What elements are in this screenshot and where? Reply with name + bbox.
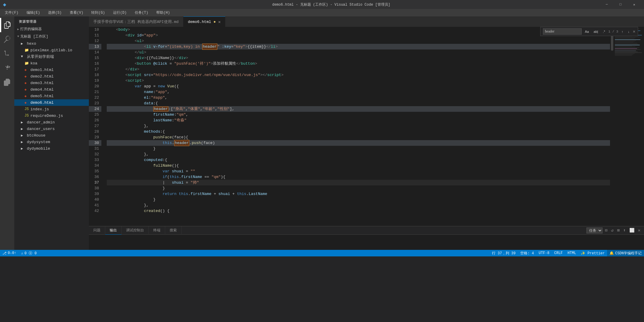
scrollbar[interactable] xyxy=(610,27,614,226)
minimap[interactable] xyxy=(614,27,644,226)
line-num-36: 36 xyxy=(89,174,101,180)
status-eol[interactable]: CRLF xyxy=(552,250,565,256)
status-left: ⎇ 0↓0↑ ⚠ 0 ⓧ 0 xyxy=(0,250,39,256)
find-close-button[interactable]: ✕ xyxy=(633,29,635,34)
code-area[interactable]: <body> <div id="app"> <ul> <li v-for="(i… xyxy=(104,27,610,226)
menu-view[interactable]: 查看(V) xyxy=(68,10,85,16)
sidebar-section-workspace[interactable]: ▼ 无标题 [工作区] xyxy=(14,33,89,40)
window-title: demo6.html - 无标题 (工作区) - Visual Studio C… xyxy=(63,2,600,7)
tree-item-dancer-admin[interactable]: ▶ dancer_admin xyxy=(14,119,89,126)
tree-item-fronend[interactable]: ▼ 从零开始学前端 xyxy=(14,53,89,60)
panel-tab-output[interactable]: 输出 xyxy=(105,226,122,235)
minimize-button[interactable]: ─ xyxy=(600,0,614,9)
find-input[interactable] xyxy=(543,28,582,35)
error-icon: ⚠ xyxy=(21,251,23,256)
menu-task[interactable]: 任务(T) xyxy=(133,10,150,16)
panel-tab-debug[interactable]: 调试控制台 xyxy=(122,226,149,235)
activity-explorer[interactable] xyxy=(0,18,14,32)
find-regex-button[interactable]: .* xyxy=(601,29,606,34)
activity-search[interactable] xyxy=(0,32,14,47)
code-line-26: lastName:"奇淼" xyxy=(107,117,610,123)
status-errors[interactable]: ⚠ 0 ⓧ 0 xyxy=(19,250,39,256)
git-icon: ⎇ xyxy=(2,251,7,256)
panel-tab-terminal[interactable]: 终端 xyxy=(149,226,165,235)
code-line-16: <button @click = "pushFace('祥')">添加祥貌属性<… xyxy=(107,61,610,66)
tab-demo6[interactable]: demo6.html ● ✕ xyxy=(183,16,225,27)
tree-item-hexo[interactable]: ▶ hexo xyxy=(14,40,89,47)
line-num-42: 42 xyxy=(89,208,101,214)
find-case-button[interactable]: Aa xyxy=(583,29,590,34)
find-next-button[interactable]: ↓ xyxy=(626,29,631,34)
code-line-37: | shuai = "帅" xyxy=(107,180,610,185)
status-encoding[interactable]: UTF-8 xyxy=(536,250,552,256)
sidebar-tree: ▶ hexo 📁 piexlmax.gitlab.io ▼ 从零开始学前端 📁 … xyxy=(14,40,89,250)
tree-item-dancer-users[interactable]: ▶ dancer_users xyxy=(14,126,89,132)
sidebar-section-open-editors[interactable]: ▶ 打开的编辑器 xyxy=(14,25,89,33)
tab-label-md: 手摸手带你学VUE：三档 构造器内部API使用.md xyxy=(93,19,179,24)
tree-item-demo4[interactable]: ◈ demo4.html xyxy=(14,86,89,93)
menu-file[interactable]: 文件(F) xyxy=(3,10,20,16)
title-bar: ◆ demo6.html - 无标题 (工作区) - Visual Studio… xyxy=(0,0,644,9)
menu-select[interactable]: 选择(S) xyxy=(46,10,64,16)
tree-item-demo5[interactable]: ◈ demo5.html xyxy=(14,93,89,99)
menu-run[interactable]: 运行(D) xyxy=(111,10,129,16)
panel-refresh-button[interactable]: ↺ xyxy=(610,227,614,233)
menu-edit[interactable]: 编辑(E) xyxy=(25,10,42,16)
tree-item-demo6[interactable]: ◈ demo6.html xyxy=(14,99,89,106)
panel-tab-search[interactable]: 搜索 xyxy=(165,226,182,235)
status-position[interactable]: 行 37，列 39 xyxy=(490,250,518,256)
activity-extensions[interactable] xyxy=(0,75,14,89)
tree-item-btcHouse[interactable]: ▶ btcHouse xyxy=(14,132,89,139)
find-widget: Aa ab| .* 1 / 3 ↑ ↓ ✕ xyxy=(540,27,638,36)
line-num-30: 30 xyxy=(89,140,101,146)
find-word-button[interactable]: ab| xyxy=(592,29,600,34)
folder-icon: ▶ xyxy=(21,133,26,138)
panel-close-button[interactable]: ✕ xyxy=(637,227,642,233)
line-num-15: 15 xyxy=(89,55,101,61)
tree-item-requireDemo[interactable]: JS requireDemo.js xyxy=(14,112,89,119)
panel-tab-problems[interactable]: 问题 xyxy=(89,226,105,235)
code-line-22: el:"#app", xyxy=(107,95,610,100)
folder-open-icon: ▼ xyxy=(21,55,26,59)
panel-content xyxy=(89,235,644,250)
tree-item-koa[interactable]: 📁 koa xyxy=(14,60,89,66)
panel-kill-button[interactable]: ⊠ xyxy=(616,227,621,233)
html-icon: ◈ xyxy=(24,100,29,105)
folder-icon: ▶ xyxy=(21,146,26,151)
line-num-14: 14 xyxy=(89,49,101,55)
activity-scm[interactable] xyxy=(0,47,14,61)
editor-content: Aa ab| .* 1 / 3 ↑ ↓ ✕ 10 11 12 13 14 15 … xyxy=(89,27,644,226)
tree-item-indexjs[interactable]: JS index.js xyxy=(14,106,89,112)
close-button[interactable]: ✕ xyxy=(627,0,641,9)
tree-item-piexlmax[interactable]: 📁 piexlmax.gitlab.io xyxy=(14,47,89,53)
find-prev-button[interactable]: ↑ xyxy=(620,29,625,34)
tab-close-button[interactable]: ✕ xyxy=(218,19,221,24)
status-branch[interactable]: ⎇ 0↓0↑ xyxy=(0,250,19,256)
tab-md[interactable]: 手摸手带你学VUE：三档 构造器内部API使用.md xyxy=(89,16,183,27)
tree-item-demo3[interactable]: ◈ demo3.html xyxy=(14,80,89,86)
tree-item-demo1[interactable]: ◈ demo1.html xyxy=(14,66,89,73)
line-num-40: 40 xyxy=(89,197,101,202)
panel-expand-button[interactable]: ⬆ xyxy=(622,227,627,233)
maximize-button[interactable]: □ xyxy=(614,0,627,9)
status-bar: ⎇ 0↓0↑ ⚠ 0 ⓧ 0 行 37，列 39 空格: 4 UTF-8 CRL… xyxy=(0,250,644,256)
status-prettier[interactable]: ✨ Prettier xyxy=(578,250,607,256)
task-dropdown[interactable]: 任务 xyxy=(586,227,603,233)
activity-debug[interactable] xyxy=(0,61,14,75)
menu-goto[interactable]: 转到(G) xyxy=(89,10,107,16)
html-icon: ◈ xyxy=(24,74,29,79)
panel-split-button[interactable]: ⊟ xyxy=(604,227,609,233)
menu-help[interactable]: 帮助(H) xyxy=(154,10,172,16)
tree-item-dydysystem[interactable]: ▶ dydysystem xyxy=(14,139,89,145)
line-num-35: 35 xyxy=(89,168,101,174)
status-indent[interactable]: 空格: 4 xyxy=(518,250,536,256)
sidebar: 资源管理器 ▶ 打开的编辑器 ▼ 无标题 [工作区] ▶ hexo 📁 piex… xyxy=(14,16,89,250)
status-language[interactable]: HTML xyxy=(565,250,579,256)
status-notification[interactable]: 🔔 CSDN学编程手记 xyxy=(607,250,644,256)
panel-maxmin-button[interactable]: ⬜ xyxy=(628,227,636,233)
tree-item-dydymobile[interactable]: ▶ dydymobile xyxy=(14,145,89,152)
folder-icon: 📁 xyxy=(24,61,29,66)
folder-icon: ▶ xyxy=(21,140,26,144)
line-num-34: 34 xyxy=(89,163,101,168)
tree-item-demo2[interactable]: ◈ demo2.html xyxy=(14,73,89,80)
